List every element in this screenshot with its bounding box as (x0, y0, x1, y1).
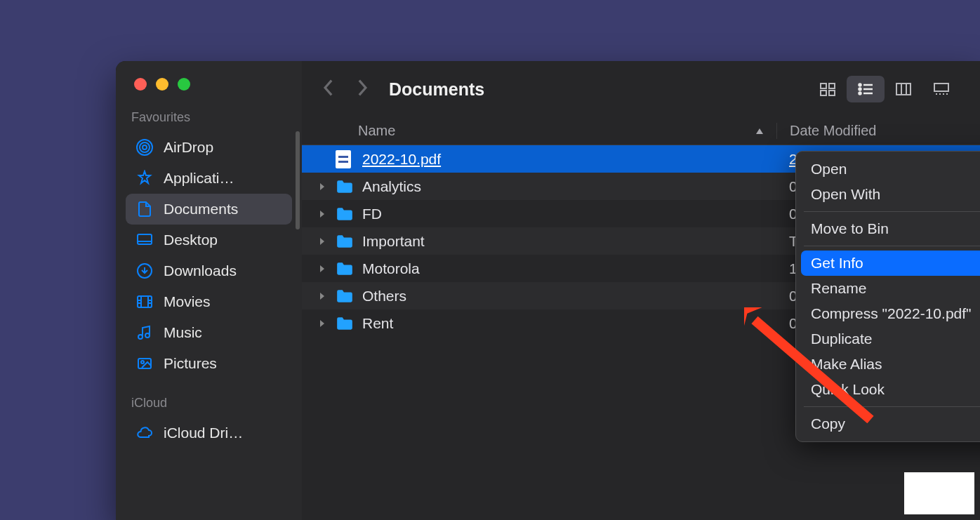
pdf-file-icon (336, 150, 355, 168)
disclosure-triangle[interactable] (319, 209, 331, 219)
svg-rect-10 (821, 84, 826, 88)
sidebar-item-desktop[interactable]: Desktop (126, 225, 292, 255)
disclosure-triangle[interactable] (319, 182, 331, 192)
disclosure-triangle[interactable] (319, 236, 331, 246)
sidebar-item-label: Movies (164, 293, 211, 310)
sidebar-item-movies[interactable]: Movies (126, 286, 292, 317)
toolbar: Documents (302, 61, 980, 117)
music-icon (135, 324, 154, 342)
svg-rect-18 (934, 84, 948, 91)
column-view-button[interactable] (885, 76, 922, 102)
sidebar-section-icloud: iCloud (116, 396, 302, 418)
sidebar-section-favourites: Favourites (116, 110, 302, 132)
folder-icon (336, 314, 355, 333)
date-column-header[interactable]: Date Modified (776, 123, 980, 139)
disclosure-triangle[interactable] (319, 319, 331, 328)
menu-get-info[interactable]: Get Info (801, 251, 980, 276)
disclosure-triangle[interactable] (319, 264, 331, 274)
icon-view-button[interactable] (809, 76, 847, 102)
sidebar-scrollbar[interactable] (296, 131, 300, 229)
svg-point-15 (859, 88, 861, 91)
main-panel: Documents Name Date Modified 2022-10.pdf (302, 61, 980, 520)
menu-label: Rename (811, 280, 866, 297)
maximize-button[interactable] (178, 78, 190, 91)
sidebar-item-applications[interactable]: Applicati… (126, 163, 292, 194)
file-name: Motorola (362, 260, 776, 277)
sidebar-item-icloud-drive[interactable]: iCloud Dri… (126, 418, 292, 448)
pictures-icon (135, 354, 154, 373)
menu-move-to-bin[interactable]: Move to Bin (801, 216, 980, 241)
finder-window: Favourites AirDrop Applicati… Documents … (116, 61, 980, 520)
sidebar-item-label: Downloads (164, 262, 237, 279)
document-icon (135, 200, 154, 218)
file-name: 2022-10.pdf (362, 151, 776, 168)
cloud-icon (135, 424, 154, 442)
disclosure-triangle[interactable] (319, 291, 331, 301)
menu-label: Quick Look (811, 381, 885, 398)
svg-rect-12 (821, 91, 826, 95)
svg-rect-13 (829, 91, 835, 95)
folder-icon (336, 287, 355, 305)
folder-icon (336, 178, 355, 196)
list-view-button[interactable] (847, 76, 885, 102)
sidebar-item-label: iCloud Dri… (164, 425, 243, 441)
menu-open-with[interactable]: Open With (801, 182, 980, 207)
gallery-view-button[interactable] (922, 76, 960, 102)
overlay-box (904, 472, 974, 514)
apps-icon (135, 169, 154, 187)
menu-open[interactable]: Open (801, 156, 980, 182)
sidebar-item-label: Documents (164, 201, 238, 218)
airdrop-icon (135, 138, 154, 156)
context-menu: Open Open With Move to Bin Get Info Rena… (795, 151, 980, 442)
file-name: Important (362, 233, 776, 250)
menu-label: Get Info (811, 255, 863, 272)
name-column-label: Name (358, 123, 395, 139)
forward-button[interactable] (357, 79, 369, 100)
sidebar-item-airdrop[interactable]: AirDrop (126, 132, 292, 163)
menu-label: Duplicate (811, 331, 873, 347)
file-list: 2022-10.pdf 28-Nov-2022 at 3:09 P Analyt… (302, 145, 980, 337)
date-column-label: Date Modified (790, 123, 876, 138)
file-name: Analytics (362, 178, 776, 195)
window-title: Documents (389, 79, 789, 100)
menu-copy[interactable]: Copy (801, 411, 980, 436)
download-icon (135, 262, 154, 280)
menu-separator (804, 211, 980, 212)
svg-point-6 (138, 335, 143, 339)
menu-label: Open With (811, 186, 880, 203)
menu-rename[interactable]: Rename (801, 276, 980, 301)
sidebar-item-music[interactable]: Music (126, 317, 292, 348)
menu-duplicate[interactable]: Duplicate (801, 326, 980, 352)
sidebar-item-pictures[interactable]: Pictures (126, 348, 292, 379)
close-button[interactable] (134, 78, 147, 91)
svg-point-14 (859, 84, 861, 86)
file-name: Others (362, 288, 776, 305)
svg-point-0 (143, 145, 147, 149)
menu-make-alias[interactable]: Make Alias (801, 352, 980, 377)
sidebar-icloud-list: iCloud Dri… (116, 418, 302, 448)
menu-compress[interactable]: Compress "2022-10.pdf" (801, 301, 980, 326)
sidebar-item-documents[interactable]: Documents (126, 194, 292, 225)
view-controls (809, 76, 960, 102)
file-name: FD (362, 206, 776, 222)
folder-icon (336, 232, 355, 251)
svg-point-7 (145, 333, 150, 338)
svg-point-9 (141, 361, 144, 364)
menu-label: Move to Bin (811, 220, 889, 237)
name-column-header[interactable]: Name (358, 123, 776, 139)
nav-arrows (322, 79, 369, 100)
menu-label: Open (811, 161, 847, 178)
back-button[interactable] (322, 79, 334, 100)
menu-quick-look[interactable]: Quick Look (801, 377, 980, 402)
sidebar-item-downloads[interactable]: Downloads (126, 255, 292, 286)
menu-label: Copy (811, 415, 845, 432)
minimize-button[interactable] (156, 78, 168, 91)
folder-icon (336, 260, 355, 278)
menu-label: Compress "2022-10.pdf" (811, 305, 972, 322)
sidebar-item-label: Desktop (164, 232, 218, 248)
folder-icon (336, 205, 355, 223)
movies-icon (135, 293, 154, 311)
sidebar-favourites-list: AirDrop Applicati… Documents Desktop Dow… (116, 132, 302, 379)
sidebar-item-label: Applicati… (164, 170, 234, 187)
svg-rect-17 (896, 84, 911, 95)
